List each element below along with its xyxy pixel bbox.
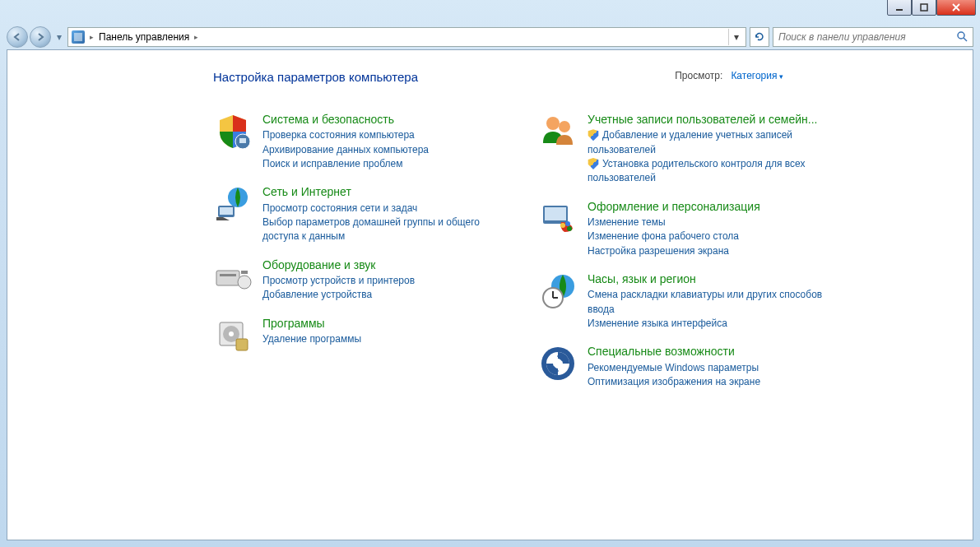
programs-icon — [213, 316, 253, 355]
category-title[interactable]: Оборудование и звук — [262, 257, 505, 272]
task-link[interactable]: Архивирование данных компьютера — [262, 143, 505, 157]
category-title[interactable]: Часы, язык и регион — [588, 271, 830, 286]
search-icon[interactable] — [956, 30, 968, 44]
clock-icon — [538, 271, 578, 311]
appearance-icon — [538, 199, 578, 239]
category-shield-pc: Система и безопасностьПроверка состояния… — [213, 112, 505, 171]
breadcrumb-dropdown[interactable]: ▾ — [728, 29, 743, 45]
category-hardware: Оборудование и звукПросмотр устройств и … — [213, 257, 505, 303]
svg-rect-11 — [220, 274, 236, 276]
svg-rect-0 — [896, 9, 903, 11]
task-link[interactable]: Просмотр устройств и принтеров — [262, 274, 505, 288]
window-controls — [887, 0, 976, 16]
category-clock: Часы, язык и регионСмена раскладки клави… — [538, 271, 830, 331]
search-input[interactable] — [778, 31, 956, 43]
forward-button[interactable] — [30, 26, 51, 48]
hardware-icon — [213, 257, 253, 297]
task-link[interactable]: Оптимизация изображения на экране — [588, 375, 830, 389]
chevron-right-icon: ▸ — [194, 33, 198, 41]
task-link[interactable]: Просмотр состояния сети и задач — [262, 202, 505, 216]
address-bar: ▾ ▸ Панель управления ▸ ▾ — [7, 25, 973, 49]
svg-point-16 — [229, 331, 234, 336]
category-title[interactable]: Учетные записи пользователей и семейн... — [588, 112, 830, 127]
category-title[interactable]: Программы — [262, 316, 505, 331]
svg-point-18 — [546, 117, 560, 130]
svg-point-22 — [560, 223, 565, 228]
category-title[interactable]: Сеть и Интернет — [262, 184, 505, 199]
view-dropdown[interactable]: Категория — [731, 70, 783, 81]
breadcrumb-dropdown-controls: ▾ — [728, 29, 743, 45]
chevron-right-icon: ▸ — [90, 33, 94, 41]
network-icon — [213, 184, 253, 224]
category-title[interactable]: Оформление и персонализация — [588, 199, 830, 214]
task-link[interactable]: Поиск и исправление проблем — [262, 157, 505, 171]
task-link[interactable]: Смена раскладки клавиатуры или других сп… — [588, 288, 830, 317]
svg-rect-9 — [220, 207, 233, 215]
close-button[interactable] — [936, 0, 976, 16]
svg-rect-1 — [921, 4, 927, 11]
svg-rect-21 — [545, 207, 566, 220]
svg-point-12 — [238, 276, 251, 289]
task-link[interactable]: Добавление и удаление учетных записей по… — [588, 128, 830, 157]
view-selector: Просмотр: Категория — [675, 70, 783, 81]
back-button[interactable] — [7, 26, 28, 48]
task-link[interactable]: Настройка разрешения экрана — [588, 244, 830, 258]
task-link[interactable]: Выбор параметров домашней группы и общег… — [262, 216, 505, 244]
svg-rect-17 — [236, 339, 248, 350]
svg-rect-13 — [241, 271, 248, 274]
category-network: Сеть и ИнтернетПросмотр состояния сети и… — [213, 184, 505, 243]
page-title: Настройка параметров компьютера — [213, 70, 956, 84]
svg-point-3 — [958, 32, 964, 39]
svg-rect-2 — [74, 33, 82, 41]
task-link[interactable]: Удаление программы — [262, 332, 505, 346]
svg-point-19 — [559, 121, 570, 132]
minimize-button[interactable] — [887, 0, 912, 16]
breadcrumb[interactable]: ▸ Панель управления ▸ ▾ — [67, 27, 746, 47]
task-link[interactable]: Изменение темы — [588, 216, 830, 229]
task-link[interactable]: Проверка состояния компьютера — [262, 128, 505, 142]
category-appearance: Оформление и персонализацияИзменение тем… — [538, 199, 830, 258]
task-link[interactable]: Изменение языка интерфейса — [588, 317, 830, 331]
search-box[interactable] — [773, 27, 973, 47]
task-link[interactable]: Добавление устройства — [262, 288, 505, 302]
category-title[interactable]: Специальные возможности — [588, 344, 830, 359]
task-link[interactable]: Установка родительского контроля для все… — [588, 157, 830, 186]
task-link[interactable]: Рекомендуемые Windows параметры — [588, 361, 830, 375]
svg-point-24 — [567, 226, 572, 231]
category-title[interactable]: Система и безопасность — [262, 112, 505, 127]
task-link[interactable]: Изменение фона рабочего стола — [588, 229, 830, 243]
svg-point-23 — [565, 221, 570, 226]
category-programs: ПрограммыУдаление программы — [213, 316, 505, 355]
svg-rect-10 — [216, 271, 239, 285]
category-users: Учетные записи пользователей и семейн...… — [538, 112, 830, 186]
ease-icon — [538, 344, 578, 383]
shield-pc-icon — [213, 112, 253, 151]
view-label: Просмотр: — [675, 70, 722, 81]
nav-history-dropdown[interactable]: ▾ — [54, 31, 64, 43]
content-panel: Настройка параметров компьютера Просмотр… — [7, 49, 973, 540]
maximize-button[interactable] — [912, 0, 936, 16]
control-panel-icon — [72, 30, 85, 44]
svg-rect-6 — [239, 138, 246, 143]
category-ease: Специальные возможностиРекомендуемые Win… — [538, 344, 830, 389]
users-icon — [538, 112, 578, 151]
refresh-button[interactable] — [750, 27, 769, 47]
svg-line-4 — [964, 38, 967, 41]
breadcrumb-item[interactable]: Панель управления — [99, 31, 189, 43]
